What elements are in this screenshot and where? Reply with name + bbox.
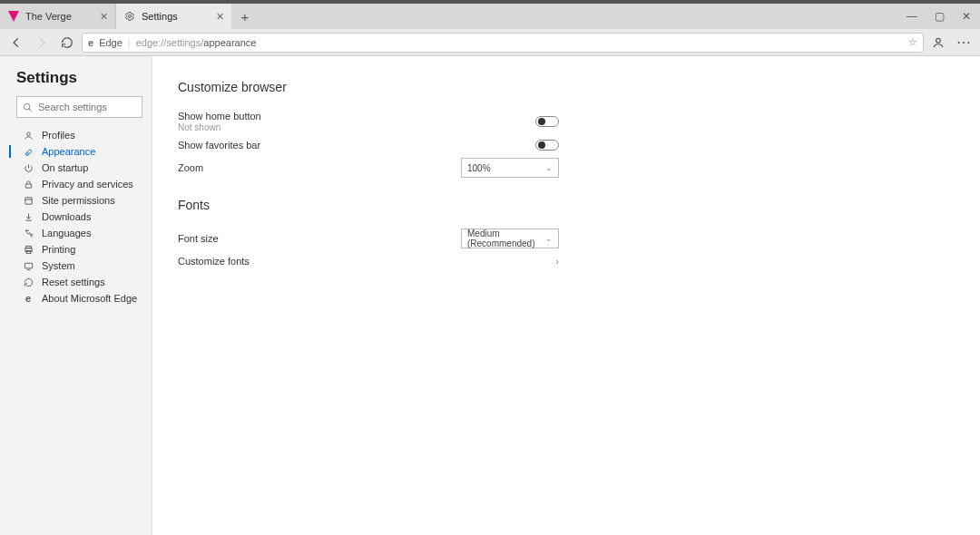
sidebar-item-label: Downloads bbox=[42, 211, 91, 222]
page-title: Settings bbox=[16, 69, 142, 87]
chevron-down-icon: ⌄ bbox=[545, 163, 553, 172]
tab-the-verge[interactable]: The Verge ✕ bbox=[0, 4, 116, 29]
customize-fonts-row[interactable]: Customize fonts › bbox=[178, 252, 559, 270]
svg-point-1 bbox=[129, 15, 132, 18]
sidebar-item-label: Privacy and services bbox=[42, 179, 133, 190]
sidebar-item-label: Languages bbox=[42, 228, 91, 238]
sidebar-item-site-permissions[interactable]: Site permissions bbox=[16, 192, 142, 209]
edge-icon: e bbox=[88, 37, 93, 48]
sidebar-item-reset[interactable]: Reset settings bbox=[16, 274, 142, 290]
sidebar-item-languages[interactable]: Languages bbox=[16, 225, 142, 241]
refresh-button[interactable] bbox=[56, 32, 78, 54]
search-icon bbox=[23, 102, 33, 112]
font-size-row: Font size Medium (Recommended) ⌄ bbox=[178, 225, 559, 252]
close-icon[interactable]: ✕ bbox=[216, 11, 224, 23]
search-input-wrapper[interactable] bbox=[16, 96, 142, 118]
minimize-button[interactable]: — bbox=[898, 4, 926, 29]
tab-title: Settings bbox=[142, 11, 211, 22]
sidebar-item-appearance[interactable]: Appearance bbox=[16, 143, 142, 160]
maximize-button[interactable]: ▢ bbox=[926, 4, 953, 29]
customize-fonts-label: Customize fonts bbox=[178, 256, 555, 267]
back-button[interactable] bbox=[5, 32, 27, 54]
settings-content: Customize browser Show home button Not s… bbox=[152, 56, 980, 535]
profile-icon[interactable] bbox=[927, 36, 949, 49]
sidebar-item-label: Site permissions bbox=[42, 195, 115, 206]
zoom-dropdown[interactable]: 100% ⌄ bbox=[461, 158, 559, 178]
settings-nav: Profiles Appearance On startup Privacy a… bbox=[16, 127, 142, 306]
settings-sidebar: Settings Profiles Appearance On startup … bbox=[0, 56, 152, 535]
chevron-right-icon: › bbox=[555, 256, 559, 267]
lock-icon bbox=[22, 180, 34, 190]
sidebar-item-label: About Microsoft Edge bbox=[42, 293, 137, 304]
site-icon bbox=[22, 196, 34, 206]
address-label: Edge bbox=[99, 37, 122, 48]
show-home-button-row: Show home button Not shown bbox=[178, 107, 559, 136]
download-icon bbox=[22, 212, 34, 222]
tab-title: The Verge bbox=[25, 11, 94, 22]
svg-point-4 bbox=[26, 131, 30, 135]
svg-rect-5 bbox=[25, 184, 31, 188]
sidebar-item-label: System bbox=[42, 260, 75, 271]
sidebar-item-label: Reset settings bbox=[42, 277, 105, 287]
sidebar-item-downloads[interactable]: Downloads bbox=[16, 209, 142, 225]
tab-strip: The Verge ✕ Settings ✕ + — ▢ ✕ bbox=[0, 4, 980, 29]
sidebar-item-label: Appearance bbox=[42, 146, 95, 157]
gear-icon bbox=[123, 10, 136, 23]
sidebar-item-printing[interactable]: Printing bbox=[16, 241, 142, 258]
power-icon bbox=[22, 163, 34, 173]
zoom-row: Zoom 100% ⌄ bbox=[178, 154, 559, 181]
edge-icon: e bbox=[22, 293, 34, 304]
more-menu-icon[interactable]: ⋯ bbox=[953, 34, 975, 51]
forward-button[interactable] bbox=[31, 32, 53, 54]
close-icon[interactable]: ✕ bbox=[100, 11, 108, 23]
toolbar: e Edge | edge://settings/appearance ☆ ⋯ bbox=[0, 29, 980, 56]
sidebar-item-label: Printing bbox=[42, 244, 75, 255]
font-size-dropdown[interactable]: Medium (Recommended) ⌄ bbox=[461, 229, 559, 248]
svg-point-3 bbox=[24, 103, 29, 109]
search-input[interactable] bbox=[38, 102, 163, 112]
sidebar-item-about[interactable]: eAbout Microsoft Edge bbox=[16, 290, 142, 306]
show-favorites-bar-toggle[interactable] bbox=[535, 140, 559, 151]
tab-settings[interactable]: Settings ✕ bbox=[116, 4, 232, 29]
separator: | bbox=[128, 37, 131, 48]
reset-icon bbox=[22, 277, 34, 287]
close-window-button[interactable]: ✕ bbox=[953, 4, 980, 29]
person-icon bbox=[22, 131, 34, 141]
svg-point-2 bbox=[936, 38, 941, 43]
new-tab-button[interactable]: + bbox=[232, 4, 258, 29]
chevron-down-icon: ⌄ bbox=[545, 234, 553, 243]
fonts-section-title: Fonts bbox=[178, 198, 980, 212]
language-icon bbox=[22, 229, 34, 238]
svg-rect-6 bbox=[24, 197, 31, 203]
zoom-label: Zoom bbox=[178, 162, 461, 173]
font-size-label: Font size bbox=[178, 233, 461, 244]
sidebar-item-privacy[interactable]: Privacy and services bbox=[16, 176, 142, 192]
show-home-button-sub: Not shown bbox=[178, 122, 535, 132]
verge-icon bbox=[7, 10, 20, 23]
sidebar-item-label: Profiles bbox=[42, 130, 75, 141]
show-favorites-bar-label: Show favorites bar bbox=[178, 140, 535, 151]
customize-section-title: Customize browser bbox=[178, 80, 980, 94]
svg-rect-10 bbox=[24, 263, 32, 268]
show-favorites-bar-row: Show favorites bar bbox=[178, 136, 559, 154]
font-size-value: Medium (Recommended) bbox=[467, 229, 545, 248]
svg-marker-0 bbox=[8, 11, 19, 22]
sidebar-item-label: On startup bbox=[42, 162, 88, 173]
favorite-icon[interactable]: ☆ bbox=[908, 36, 917, 48]
address-bar[interactable]: e Edge | edge://settings/appearance ☆ bbox=[82, 33, 924, 53]
system-icon bbox=[22, 261, 34, 271]
sidebar-item-profiles[interactable]: Profiles bbox=[16, 127, 142, 143]
brush-icon bbox=[22, 147, 34, 157]
sidebar-item-startup[interactable]: On startup bbox=[16, 160, 142, 176]
sidebar-item-system[interactable]: System bbox=[16, 258, 142, 274]
printer-icon bbox=[22, 245, 34, 255]
show-home-button-label: Show home button bbox=[178, 111, 535, 122]
show-home-button-toggle[interactable] bbox=[535, 116, 559, 127]
zoom-value: 100% bbox=[467, 163, 491, 173]
url-text: edge://settings/appearance bbox=[136, 37, 903, 48]
